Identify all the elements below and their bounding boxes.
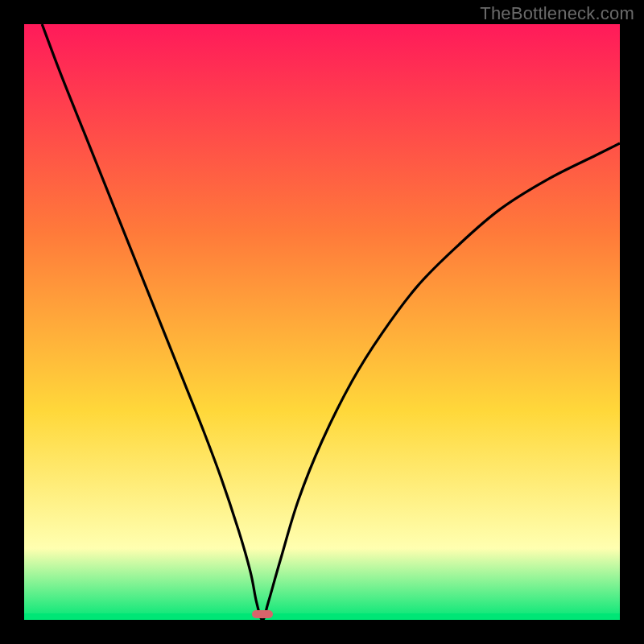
- bottleneck-curve-path: [42, 24, 620, 620]
- plot-area: [24, 24, 620, 620]
- chart-frame: TheBottleneck.com: [0, 0, 644, 644]
- optimal-point-marker: [252, 610, 273, 618]
- bottleneck-curve: [24, 24, 620, 620]
- watermark-text: TheBottleneck.com: [480, 3, 634, 24]
